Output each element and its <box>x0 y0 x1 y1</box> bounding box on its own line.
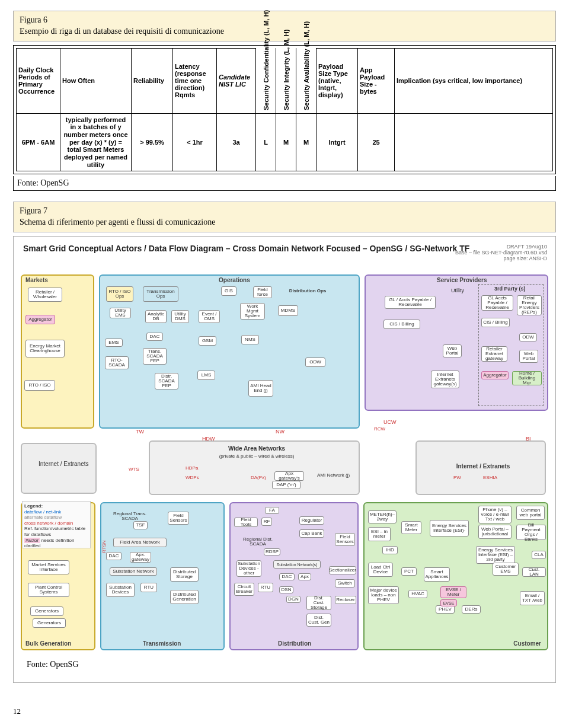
subzone-third-party: 3rd Party (s) GL Accts Payable / Receiva… <box>478 284 544 406</box>
node-esi: Energy Services Interface (ESI)- <box>430 520 469 537</box>
node-esi2: Energy Services Interface (ESI) – 3rd pa… <box>476 546 515 564</box>
node-analytic-db: Analytic DB <box>145 310 167 323</box>
node-evse: EVSE <box>440 599 457 606</box>
node-lms: LMS <box>197 371 215 380</box>
requirements-table: Daily Clock Periods of Primary Occurrenc… <box>16 48 553 171</box>
cell-int: M <box>276 113 296 171</box>
node-gis: GIS <box>221 286 236 296</box>
zone-customer: Customer METER(h)– 2way ESI – in meter S… <box>363 502 548 650</box>
node-msi: Market Services Interface <box>28 560 69 574</box>
node-gl-tp: GL Accts Payable / Receivable <box>481 295 513 311</box>
cell-how-often: typically performed in x batches of y nu… <box>60 113 132 171</box>
node-hvac: HVAC <box>408 590 427 598</box>
node-dac1: DAC <box>146 333 163 341</box>
node-ders: DERs <box>462 605 481 614</box>
label-hdw: HDW <box>202 436 215 442</box>
label-rdn: Regional Dist. SCADA <box>234 538 282 546</box>
col-payload-type: Payload Size Type (native, Intgrt, displ… <box>317 48 358 113</box>
node-dsn: DSN <box>279 586 293 593</box>
node-meter2: METER(h)– 2way <box>368 510 397 523</box>
node-apx2: Apx <box>298 573 311 580</box>
node-cb: Circuit Breaker <box>234 583 254 596</box>
node-trans-scada-fep: Trans. SCADA FEP <box>143 348 167 365</box>
cell-conf: L <box>256 113 276 171</box>
label-rcw: RCW <box>374 426 385 432</box>
col-nist: Candidate NIST LIC <box>217 48 256 113</box>
zone-service-providers: Service Providers Utility GL / Accts Pay… <box>365 274 548 411</box>
node-switch: Switch <box>335 579 355 587</box>
label-hdps: HDPa <box>186 465 198 471</box>
node-sub-dev-o: Substation Devices - other <box>236 560 261 577</box>
zone-wan: Wide Area Networks (private & public – w… <box>149 440 360 495</box>
node-dgn: DGN <box>286 596 301 603</box>
label-utility: Utility <box>451 288 464 293</box>
node-rf: RF <box>261 518 272 526</box>
node-fan: Field Area Network <box>113 538 167 547</box>
node-field-force: Field force <box>253 286 272 298</box>
node-ft: Field Tools <box>234 518 258 527</box>
node-gsm: GSM <box>199 336 216 346</box>
node-dac3: DAC <box>279 573 295 580</box>
cell-reliability: > 99.5% <box>132 113 173 171</box>
node-apx: Apx. gateway <box>130 552 151 563</box>
node-rdsn: Substation Network(s) <box>273 560 321 569</box>
node-rtoiso-ops: RTO / ISO Ops <box>106 286 133 302</box>
label-rtn2: RTSN <box>101 540 107 553</box>
node-apx-gw2: Apx gateway's <box>274 471 304 481</box>
zone-operations: Operations RTO / ISO Ops Utility EMS EMS… <box>99 274 360 429</box>
node-regulator: Regulator <box>299 516 324 525</box>
zone-transmission: Transmission Regional Trans. SCADA TSF F… <box>100 502 225 650</box>
node-rto-scada: RTO-SCADA <box>105 356 129 369</box>
node-webportal-tp: Web Portal <box>519 350 538 363</box>
node-evse-m: EVSE / Meter <box>440 586 466 598</box>
node-generators2: Generators <box>33 618 66 628</box>
figure7-header: Figura 7 Schema di riferimento per agent… <box>13 202 556 232</box>
page-number: 12 <box>13 707 21 716</box>
node-fld-sens-d: Field Sensors <box>335 533 355 546</box>
label-wts: WTS <box>129 467 139 472</box>
node-cla: CLA <box>532 551 546 559</box>
node-phev: PHEV <box>436 605 455 614</box>
cell-latency: < 1hr <box>173 113 217 171</box>
cell-nist: 3a <box>217 113 256 171</box>
figure7-title: Figura 7 <box>20 206 549 217</box>
node-odw2: ODW <box>519 333 537 341</box>
diagram-legend: Legend: dataflow / net-link alternate da… <box>22 501 91 548</box>
node-ami-head: AMI Head End (j) <box>248 380 273 397</box>
node-ems: EMS <box>105 339 123 347</box>
node-cis-tp: CIS / Billing <box>481 318 510 327</box>
zone-distribution: Distribution FA Field Tools RF Regional … <box>229 502 359 650</box>
node-fa: FA <box>265 507 279 514</box>
node-emc: Energy Market Clearinghouse <box>25 340 65 357</box>
node-tsf: TSF <box>133 521 148 529</box>
node-phone: Phone (v) – voice / e-mail Txt / web <box>478 506 512 523</box>
zone-internet2: Internet / Extranets PW ESHIA <box>415 440 546 495</box>
col-daily-clock: Daily Clock Periods of Primary Occurrenc… <box>17 48 60 113</box>
node-smart-appl: Smart Appliances <box>424 567 450 582</box>
col-sec-conf: Security Confidentiality (L, M, H) <box>256 48 276 113</box>
node-home-bldg: Home / Building Mgr <box>512 371 542 385</box>
node-retailer-ext: Retailer Extranet gateway <box>481 346 507 362</box>
node-maj-dev: Major device loads – non PHEV <box>368 586 399 604</box>
node-dist-cust-stor: Dist. Cust. Storage <box>306 596 331 610</box>
node-pcs: Plant Control Systems <box>28 583 69 597</box>
node-work-mgmt: Work Mgmt System <box>240 303 265 320</box>
label-ami-net: AMI Network (j) <box>317 472 350 478</box>
node-dist-stor: Distributed Storage <box>170 567 199 582</box>
node-sectionalizer: Sectionalizer <box>329 566 356 574</box>
node-cust-lan: Cust. LAN <box>522 567 546 577</box>
node-retailer: Retailer / Wholesaler <box>28 288 62 302</box>
label-pw: PW <box>453 475 461 480</box>
node-cust-ems: Customer EMS <box>493 563 519 576</box>
table-header-row: Daily Clock Periods of Primary Occurrenc… <box>17 48 553 113</box>
cell-impl <box>395 113 553 171</box>
node-odw: ODW <box>305 357 325 367</box>
node-rep: Retail Energy Providers (REPs) <box>517 295 542 315</box>
cell-avail: M <box>296 113 317 171</box>
node-webportal-sp: Web Portal <box>443 344 462 357</box>
node-gl-accts: GL / Accts Payable / Receivable <box>385 296 436 309</box>
node-dac2: DAC <box>106 552 122 560</box>
figure7-subtitle: Schema di riferimento per agenti e fluss… <box>20 217 549 228</box>
cell-psize: 25 <box>358 113 395 171</box>
node-recloser: Recloser <box>335 596 356 604</box>
